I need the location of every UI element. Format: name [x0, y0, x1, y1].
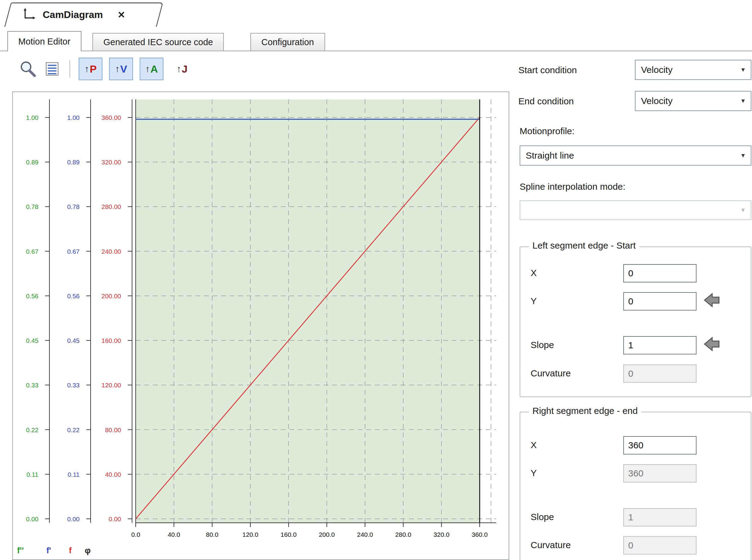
motionprofile-select[interactable]: Straight line ▼: [520, 145, 751, 166]
svg-text:φ: φ: [85, 546, 90, 555]
right-segment-group-title: Right segment edge - end: [529, 406, 641, 416]
svg-text:160.0: 160.0: [281, 531, 297, 538]
svg-text:0.45: 0.45: [26, 337, 38, 344]
svg-text:0.78: 0.78: [26, 203, 38, 210]
left-curvature-input: [623, 364, 696, 383]
left-slope-apply-arrow-icon[interactable]: [703, 336, 720, 353]
left-x-input[interactable]: [623, 264, 696, 282]
svg-text:120.00: 120.00: [102, 382, 121, 388]
svg-text:0.11: 0.11: [26, 471, 38, 478]
svg-text:0.00: 0.00: [67, 516, 80, 522]
svg-text:240.0: 240.0: [357, 531, 373, 538]
left-slope-input[interactable]: [623, 336, 696, 355]
end-condition-label: End condition: [519, 96, 574, 106]
end-condition-select[interactable]: Velocity ▼: [635, 91, 751, 111]
zoom-icon[interactable]: [19, 60, 37, 78]
left-segment-group: Left segment edge - Start X Y Slope Curv…: [520, 246, 751, 397]
toggle-velocity-button[interactable]: ↑ V: [109, 58, 133, 80]
cam-axes-icon: [22, 7, 36, 22]
start-condition-select[interactable]: Velocity ▼: [635, 60, 751, 80]
close-icon[interactable]: ✕: [117, 9, 125, 20]
right-slope-label: Slope: [531, 512, 554, 522]
motionprofile-value: Straight line: [526, 151, 574, 161]
chevron-down-icon: ▼: [740, 207, 746, 214]
svg-text:280.00: 280.00: [102, 203, 121, 210]
velocity-letter: V: [120, 63, 127, 75]
chevron-down-icon: ▼: [740, 98, 746, 104]
document-tab-title: CamDiagram: [43, 9, 103, 20]
toggle-position-button[interactable]: ↑ P: [79, 58, 102, 80]
svg-text:0.33: 0.33: [26, 382, 38, 388]
left-y-label: Y: [531, 296, 537, 306]
chevron-down-icon: ▼: [740, 66, 746, 73]
svg-text:0.00: 0.00: [26, 516, 38, 522]
motion-editor-toolbar: ↑ P ↑ V ↑ A ↑ J: [12, 56, 509, 82]
svg-text:0.67: 0.67: [26, 248, 38, 255]
left-y-input[interactable]: [623, 292, 696, 311]
up-arrow-icon: ↑: [177, 64, 181, 74]
right-y-label: Y: [531, 468, 537, 478]
toggle-acceleration-button[interactable]: ↑ A: [140, 58, 163, 80]
position-letter: P: [90, 63, 97, 75]
start-condition-label: Start condition: [519, 65, 577, 75]
right-y-input: [623, 464, 696, 482]
right-segment-group: Right segment edge - end X Y Slope Curva…: [520, 412, 751, 560]
right-slope-input: [623, 508, 696, 526]
svg-text:f'': f'': [17, 546, 24, 555]
up-arrow-icon: ↑: [84, 64, 89, 74]
svg-text:0.33: 0.33: [67, 382, 80, 388]
svg-text:0.67: 0.67: [67, 248, 80, 255]
svg-text:160.00: 160.00: [102, 337, 121, 344]
up-arrow-icon: ↑: [115, 64, 120, 74]
right-x-label: X: [531, 440, 537, 450]
tab-motion-editor[interactable]: Motion Editor: [7, 31, 81, 51]
spline-mode-label: Spline interpolation mode:: [520, 181, 626, 192]
svg-text:360.0: 360.0: [472, 531, 488, 538]
spline-mode-select: ▼: [520, 200, 751, 220]
svg-text:0.45: 0.45: [67, 337, 80, 344]
acceleration-letter: A: [150, 63, 158, 75]
up-arrow-icon: ↑: [145, 64, 150, 74]
svg-text:0.89: 0.89: [26, 159, 38, 166]
svg-text:120.0: 120.0: [242, 531, 259, 538]
svg-text:200.0: 200.0: [319, 531, 335, 538]
svg-text:280.0: 280.0: [395, 531, 411, 538]
svg-text:0.89: 0.89: [67, 159, 80, 166]
right-x-input[interactable]: [623, 436, 696, 455]
document-tab-content: CamDiagram ✕: [4, 2, 157, 27]
end-condition-value: Velocity: [641, 96, 672, 106]
document-tab-camdiagram[interactable]: CamDiagram ✕: [4, 2, 157, 27]
right-curvature-input: [623, 536, 696, 555]
svg-text:80.0: 80.0: [206, 531, 218, 538]
svg-text:320.0: 320.0: [433, 531, 449, 538]
tab-generated-iec-source-code[interactable]: Generated IEC source code: [93, 33, 224, 51]
left-segment-group-title: Left segment edge - Start: [529, 240, 639, 251]
cam-plot-canvas[interactable]: 1.000.890.780.670.560.450.330.220.110.00…: [13, 92, 509, 559]
svg-text:240.00: 240.00: [102, 248, 121, 255]
svg-text:0.56: 0.56: [67, 293, 80, 300]
svg-text:0.22: 0.22: [67, 426, 80, 434]
svg-text:40.0: 40.0: [168, 531, 180, 538]
table-view-icon[interactable]: [43, 60, 61, 78]
tab-bar-underline: [0, 51, 752, 51]
cam-diagram-window: CamDiagram ✕ Motion Editor Generated IEC…: [0, 0, 752, 560]
left-slope-label: Slope: [531, 340, 554, 350]
motion-chart[interactable]: 1.000.890.780.670.560.450.330.220.110.00…: [12, 92, 509, 560]
svg-text:40.00: 40.00: [105, 471, 121, 478]
svg-text:200.00: 200.00: [102, 293, 121, 300]
jerk-letter: J: [182, 63, 187, 75]
toggle-jerk-button[interactable]: ↑ J: [170, 58, 194, 80]
svg-text:1.00: 1.00: [67, 114, 80, 121]
svg-text:320.00: 320.00: [102, 159, 121, 166]
right-curvature-label: Curvature: [531, 540, 571, 550]
left-curvature-label: Curvature: [531, 368, 571, 379]
svg-text:0.00: 0.00: [108, 516, 121, 522]
tab-configuration[interactable]: Configuration: [250, 33, 325, 51]
left-y-apply-arrow-icon[interactable]: [703, 292, 720, 309]
motionprofile-label: Motionprofile:: [520, 126, 574, 136]
svg-text:0.56: 0.56: [26, 293, 38, 300]
svg-text:360.00: 360.00: [102, 114, 121, 121]
svg-text:f': f': [46, 546, 51, 555]
chevron-down-icon: ▼: [740, 152, 746, 159]
toolbar-separator: [69, 60, 70, 78]
